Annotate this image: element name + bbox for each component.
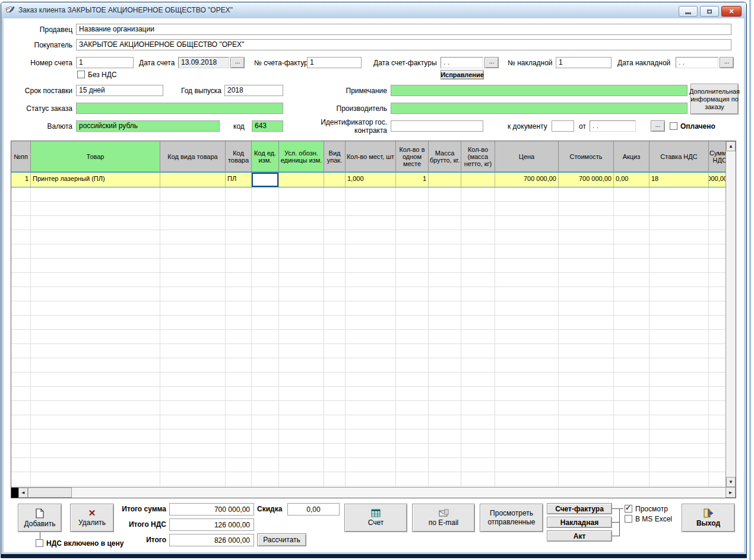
- scroll-right-button[interactable]: ►: [726, 487, 736, 498]
- table-row[interactable]: [11, 415, 726, 429]
- column-header-15[interactable]: Ставка НДС: [650, 141, 709, 172]
- view-sent-button[interactable]: Просмотреть отправленные: [480, 504, 543, 532]
- row1-cell-16[interactable]: 126 000,00: [709, 173, 726, 187]
- row1-cell-6[interactable]: [279, 173, 324, 187]
- table-row[interactable]: [11, 216, 726, 230]
- gov-contract-field[interactable]: [391, 120, 483, 132]
- from-date-browse-button[interactable]: ...: [651, 120, 665, 132]
- maximize-button[interactable]: [700, 6, 719, 17]
- row1-cell-10[interactable]: [429, 173, 461, 187]
- column-header-13[interactable]: Стоимость: [559, 141, 614, 172]
- horizontal-scrollbar[interactable]: ◄ ►: [11, 487, 726, 498]
- column-header-14[interactable]: Акциз: [614, 141, 650, 172]
- act-print-button[interactable]: Акт: [547, 530, 612, 542]
- row1-cell-9[interactable]: 1: [396, 173, 429, 187]
- correction-button[interactable]: Исправление: [441, 70, 484, 79]
- excel-checkbox[interactable]: [625, 515, 632, 523]
- waybill-date-browse-button[interactable]: ...: [720, 57, 734, 68]
- table-row[interactable]: [11, 373, 726, 387]
- column-header-11[interactable]: Кол-во (масса нетто, кг): [461, 141, 495, 172]
- column-header-7[interactable]: Вид упак.: [324, 141, 346, 172]
- row1-cell-13[interactable]: 700 000,00: [559, 173, 614, 187]
- no-vat-checkbox[interactable]: [77, 71, 85, 78]
- scroll-left-button[interactable]: ◄: [18, 488, 28, 498]
- paid-checkbox[interactable]: [670, 122, 677, 130]
- delivery-term-field[interactable]: 15 дней: [76, 85, 163, 96]
- titlebar[interactable]: Заказ клиента ЗАКРЫТОЕ АКЦИОНЕРНОЕ ОБЩЕС…: [1, 2, 746, 18]
- table-row[interactable]: [11, 202, 726, 216]
- row1-cell-12[interactable]: 700 000,00: [495, 173, 559, 187]
- table-row[interactable]: [11, 344, 726, 358]
- vat-invoice-date-browse-button[interactable]: ...: [484, 57, 499, 68]
- buyer-field[interactable]: ЗАКРЫТОЕ АКЦИОНЕРНОЕ ОБЩЕСТВО "ОРЕХ": [76, 39, 731, 50]
- seller-field[interactable]: Название организации: [76, 24, 731, 35]
- table-row[interactable]: [11, 401, 726, 415]
- currency-field[interactable]: российский рубль: [76, 120, 220, 132]
- table-row[interactable]: [11, 287, 726, 301]
- calculate-button[interactable]: Рассчитать: [257, 533, 306, 546]
- order-status-field[interactable]: [76, 103, 283, 114]
- column-header-3[interactable]: Код вида товара: [160, 141, 226, 172]
- invoice-date-field[interactable]: 13.09.2018: [178, 57, 229, 68]
- table-row[interactable]: [11, 358, 726, 373]
- column-header-9[interactable]: Кол-во в одном месте: [396, 141, 429, 172]
- scroll-up-button[interactable]: ▲: [726, 141, 736, 151]
- column-header-1[interactable]: №пп: [11, 141, 31, 172]
- table-row[interactable]: [11, 244, 726, 259]
- column-header-12[interactable]: Цена: [495, 141, 559, 172]
- vat-included-checkbox[interactable]: [36, 539, 43, 547]
- row1-cell-15[interactable]: 18: [650, 173, 709, 187]
- row1-cell-11[interactable]: [461, 173, 495, 187]
- waybill-number-field[interactable]: 1: [556, 57, 612, 68]
- row1-cell-3[interactable]: [160, 173, 226, 187]
- invoice-number-field[interactable]: 1: [76, 57, 134, 68]
- scroll-down-button[interactable]: ▼: [726, 477, 736, 487]
- table-row[interactable]: [11, 187, 726, 202]
- waybill-date-field[interactable]: . .: [676, 57, 718, 68]
- note-field[interactable]: [391, 85, 688, 96]
- row1-cell-7[interactable]: [324, 173, 346, 187]
- column-header-8[interactable]: Кол-во мест, шт: [346, 141, 396, 172]
- to-document-field[interactable]: [552, 120, 574, 132]
- table-row[interactable]: [11, 387, 726, 401]
- column-header-5[interactable]: Код ед. изм.: [252, 141, 279, 172]
- manufacturer-field[interactable]: [391, 103, 688, 114]
- row1-cell-1[interactable]: 1: [11, 173, 31, 187]
- table-row[interactable]: [11, 273, 726, 287]
- column-header-2[interactable]: Товар: [31, 141, 160, 172]
- row1-cell-14[interactable]: 0,00: [614, 173, 650, 187]
- column-header-10[interactable]: Масса брутто, кг.: [429, 141, 461, 172]
- close-button[interactable]: ✕: [721, 6, 742, 17]
- minimize-button[interactable]: [679, 6, 698, 17]
- row1-cell-8[interactable]: 1,000: [346, 173, 396, 187]
- vat-invoice-print-button[interactable]: Счет-фактура: [547, 503, 612, 514]
- row1-cell-4[interactable]: ПЛ: [226, 173, 252, 187]
- table-row[interactable]: [11, 444, 726, 458]
- table-row[interactable]: [11, 301, 726, 316]
- vertical-scrollbar[interactable]: ▲ ▼: [726, 141, 736, 487]
- invoice-date-browse-button[interactable]: ...: [230, 57, 245, 68]
- table-row[interactable]: [11, 316, 726, 330]
- column-header-6[interactable]: Усл. обозн. единицы изм.: [279, 141, 324, 172]
- extra-info-button[interactable]: Дополнительная информация по заказу: [690, 84, 739, 114]
- table-row[interactable]: [11, 259, 726, 273]
- vat-invoice-date-field[interactable]: . .: [441, 57, 483, 68]
- add-button[interactable]: Добавить: [18, 504, 62, 532]
- grid-data-row[interactable]: 1Принтер лазерный (ПЛ)ПЛ1,0001700 000,00…: [11, 172, 726, 187]
- discount-field[interactable]: 0,00: [287, 503, 340, 516]
- preview-checkbox[interactable]: ✓: [625, 505, 632, 513]
- column-header-4[interactable]: Код товара: [226, 141, 252, 172]
- table-row[interactable]: [11, 230, 726, 244]
- column-header-16[interactable]: Сумма НДС: [709, 141, 726, 172]
- table-row[interactable]: [11, 429, 726, 444]
- horizontal-scroll-thumb[interactable]: [28, 488, 72, 498]
- email-button[interactable]: по E-mail: [412, 504, 475, 532]
- invoice-button[interactable]: Счет: [344, 504, 407, 532]
- table-row[interactable]: [11, 330, 726, 344]
- row1-cell-5[interactable]: [252, 173, 279, 187]
- from-date-field[interactable]: . .: [590, 120, 636, 132]
- currency-code-field[interactable]: 643: [252, 120, 283, 132]
- year-field[interactable]: 2018: [224, 85, 283, 96]
- table-row[interactable]: [11, 458, 726, 472]
- row1-cell-2[interactable]: Принтер лазерный (ПЛ): [31, 173, 160, 187]
